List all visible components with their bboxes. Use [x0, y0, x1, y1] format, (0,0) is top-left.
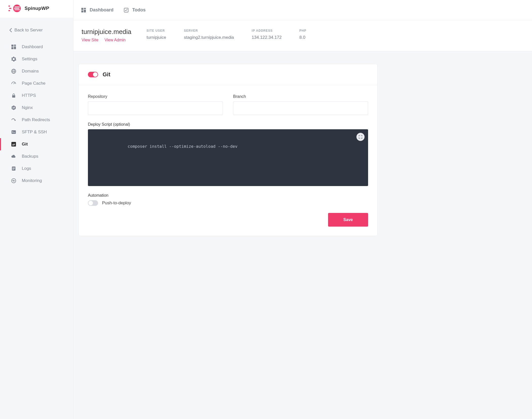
branch-label: Branch — [233, 94, 368, 99]
meta-ip: IP ADDRESS 134.122.34.172 — [252, 29, 282, 40]
deploy-script-label: Deploy Script (optional) — [88, 122, 130, 126]
svg-rect-0 — [8, 6, 10, 7]
meta-value: 134.122.34.172 — [252, 35, 282, 40]
svg-rect-13 — [12, 95, 15, 98]
svg-rect-20 — [84, 8, 86, 9]
sidebar-item-label: Settings — [22, 57, 37, 62]
meta-value: 8.0 — [299, 35, 307, 40]
topnav-todos[interactable]: Todos — [124, 7, 146, 13]
sidebar-item-label: HTTPS — [22, 93, 36, 98]
cloud-icon — [11, 154, 16, 159]
save-button[interactable]: Save — [328, 213, 368, 227]
svg-rect-5 — [14, 8, 20, 9]
meta-label: PHP — [299, 29, 307, 32]
sidebar-item-label: SFTP & SSH — [22, 130, 47, 135]
sidebar-item-label: Dashboard — [22, 44, 43, 49]
repository-label: Repository — [88, 94, 223, 99]
site-header: turnipjuice.media View Site View Admin S… — [73, 20, 532, 51]
sidebar-nav: Dashboard Settings Domains — [0, 41, 73, 187]
fullscreen-icon — [359, 135, 362, 139]
sidebar-item-label: Domains — [22, 69, 39, 74]
sidebar-item-git[interactable]: git Git — [0, 138, 73, 150]
deploy-script-editor[interactable]: composer install --optimize-autoload --n… — [88, 129, 368, 186]
sidebar-item-label: Git — [22, 142, 28, 147]
topbar: Dashboard Todos — [73, 0, 532, 20]
svg-rect-4 — [14, 7, 20, 7]
sidebar-item-settings[interactable]: Settings — [0, 53, 73, 65]
git-icon: git — [11, 142, 16, 147]
expand-editor-button[interactable] — [356, 133, 365, 141]
branch-input[interactable] — [233, 101, 368, 115]
svg-rect-10 — [14, 46, 16, 49]
brand-name: SpinupWP — [25, 6, 49, 11]
sidebar-item-backups[interactable]: Backups — [0, 150, 73, 162]
sidebar-item-label: Nginx — [22, 105, 33, 110]
dashboard-icon — [11, 44, 16, 49]
sidebar-item-logs[interactable]: Logs — [0, 162, 73, 175]
heartbeat-icon — [11, 178, 16, 183]
sidebar-item-sftp-ssh[interactable]: SFTP & SSH — [0, 126, 73, 138]
push-to-deploy-label: Push-to-deploy — [102, 201, 131, 206]
sidebar-item-domains[interactable]: Domains — [0, 65, 73, 77]
meta-site-user: SITE USER turnipjuice — [147, 29, 166, 40]
sidebar-item-label: Monitoring — [22, 178, 42, 183]
topnav-dashboard-label: Dashboard — [90, 7, 113, 13]
svg-text:git: git — [12, 143, 15, 146]
meta-server: SERVER staging2.turnipjuice.media — [184, 29, 234, 40]
svg-rect-7 — [11, 45, 13, 47]
svg-rect-8 — [14, 45, 16, 46]
repository-input[interactable] — [88, 101, 223, 115]
sidebar-item-https[interactable]: HTTPS — [0, 89, 73, 102]
svg-rect-6 — [14, 9, 20, 10]
meta-label: SITE USER — [147, 29, 166, 32]
meta-php: PHP 8.0 — [299, 29, 307, 40]
git-card-title: Git — [103, 71, 110, 78]
push-to-deploy-toggle[interactable] — [88, 200, 98, 206]
view-admin-link[interactable]: View Admin — [104, 38, 125, 42]
sidebar-item-monitoring[interactable]: Monitoring — [0, 175, 73, 187]
topnav-dashboard[interactable]: Dashboard — [81, 7, 113, 13]
back-to-server-link[interactable]: Back to Server — [0, 27, 73, 41]
lock-icon — [11, 93, 16, 98]
spinupwp-logo-icon — [8, 5, 22, 12]
sidebar-item-dashboard[interactable]: Dashboard — [0, 41, 73, 53]
topnav-todos-label: Todos — [132, 7, 146, 13]
git-card: Git Repository Branch Depl — [79, 64, 377, 236]
gear-icon — [11, 57, 16, 62]
git-enable-toggle[interactable] — [88, 72, 98, 77]
svg-rect-1 — [9, 8, 11, 9]
svg-rect-9 — [11, 47, 13, 49]
logs-icon — [11, 166, 16, 171]
meta-value: staging2.turnipjuice.media — [184, 35, 234, 40]
sidebar-item-label: Path Redirects — [22, 117, 50, 122]
svg-rect-19 — [81, 8, 83, 10]
gauge-icon — [11, 81, 16, 86]
dashboard-icon — [81, 8, 86, 13]
sidebar-item-path-redirects[interactable]: Path Redirects — [0, 114, 73, 126]
svg-rect-21 — [81, 10, 83, 12]
meta-label: IP ADDRESS — [252, 29, 282, 32]
deploy-script-content: composer install --optimize-autoload --n… — [128, 144, 237, 149]
sidebar-item-nginx[interactable]: Nginx — [0, 102, 73, 114]
svg-rect-14 — [12, 130, 16, 134]
chevron-left-icon — [9, 28, 12, 32]
svg-rect-2 — [8, 10, 10, 11]
meta-value: turnipjuice — [147, 35, 166, 40]
nginx-icon — [11, 105, 16, 110]
redirect-icon — [11, 117, 16, 122]
site-domain: turnipjuice.media — [82, 28, 131, 36]
checklist-icon — [124, 8, 129, 13]
view-site-link[interactable]: View Site — [82, 38, 98, 42]
svg-rect-22 — [84, 10, 86, 12]
back-link-label: Back to Server — [14, 28, 43, 33]
sidebar-item-page-cache[interactable]: Page Cache — [0, 77, 73, 89]
sidebar-item-label: Backups — [22, 154, 38, 159]
sidebar-item-label: Page Cache — [22, 81, 46, 86]
automation-heading: Automation — [88, 193, 108, 197]
globe-icon — [11, 69, 16, 74]
sidebar-item-label: Logs — [22, 166, 31, 171]
brand-logo[interactable]: SpinupWP — [0, 0, 73, 18]
meta-label: SERVER — [184, 29, 234, 32]
terminal-icon — [11, 130, 16, 135]
